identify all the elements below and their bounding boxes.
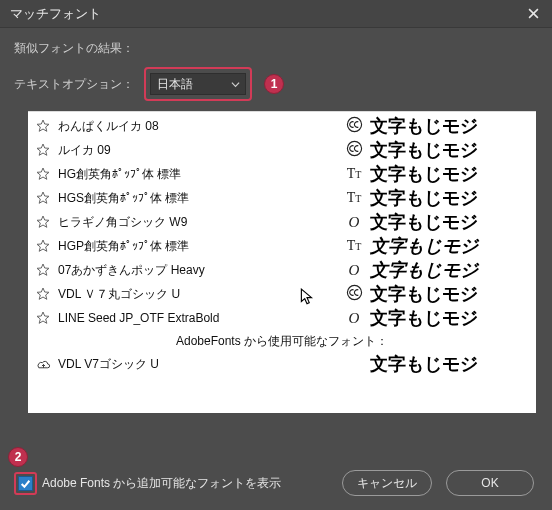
show-adobe-fonts-label: Adobe Fonts から追加可能なフォントを表示	[42, 475, 281, 492]
font-row[interactable]: HGS創英角ﾎﾟｯﾌﾟ体 標準TT文字もじモジ	[28, 186, 536, 210]
font-row[interactable]: HG創英角ﾎﾟｯﾌﾟ体 標準TT文字もじモジ	[28, 162, 536, 186]
favorite-star-icon[interactable]	[34, 311, 52, 325]
font-name: HGP創英角ﾎﾟｯﾌﾟ体 標準	[52, 238, 338, 255]
favorite-star-icon[interactable]	[34, 143, 52, 157]
font-row[interactable]: VDL Ｖ７丸ゴシック U文字もじモジ	[28, 282, 536, 306]
checkbox-highlight	[14, 472, 37, 495]
font-name: LINE Seed JP_OTF ExtraBold	[52, 311, 338, 325]
font-type-icon: TT	[338, 166, 370, 182]
font-sample: 文字もじモジ	[370, 186, 530, 210]
font-sample: 文字もじモジ	[370, 234, 530, 258]
text-option-highlight: 日本語	[144, 67, 252, 101]
favorite-star-icon[interactable]	[34, 263, 52, 277]
font-name: わんぱくルイカ 08	[52, 118, 338, 135]
favorite-star-icon[interactable]	[34, 191, 52, 205]
show-adobe-fonts-checkbox[interactable]	[18, 476, 33, 491]
ok-button[interactable]: OK	[446, 470, 534, 496]
font-name: VDL Ｖ７丸ゴシック U	[52, 286, 338, 303]
font-name: HG創英角ﾎﾟｯﾌﾟ体 標準	[52, 166, 338, 183]
font-row[interactable]: 07あかずきんポップ HeavyO文字もじモジ	[28, 258, 536, 282]
font-sample: 文字もじモジ	[370, 114, 530, 138]
dialog-title: マッチフォント	[10, 5, 520, 23]
font-type-icon: TT	[338, 238, 370, 254]
font-results-list: わんぱくルイカ 08文字もじモジルイカ 09文字もじモジHG創英角ﾎﾟｯﾌﾟ体 …	[28, 111, 536, 413]
font-row[interactable]: ヒラギノ角ゴシック W9O文字もじモジ	[28, 210, 536, 234]
font-row[interactable]: LINE Seed JP_OTF ExtraBoldO文字もじモジ	[28, 306, 536, 330]
creative-cloud-icon	[346, 284, 363, 304]
font-type-icon: O	[338, 214, 370, 231]
text-option-select[interactable]: 日本語	[150, 73, 246, 95]
font-row[interactable]: ルイカ 09文字もじモジ	[28, 138, 536, 162]
font-row[interactable]: わんぱくルイカ 08文字もじモジ	[28, 114, 536, 138]
select-value: 日本語	[157, 76, 193, 93]
favorite-star-icon[interactable]	[34, 167, 52, 181]
check-icon	[20, 478, 31, 489]
close-icon[interactable]	[520, 3, 546, 25]
font-name: ヒラギノ角ゴシック W9	[52, 214, 338, 231]
font-sample: 文字もじモジ	[370, 282, 530, 306]
font-sample: 文字もじモジ	[370, 352, 530, 376]
creative-cloud-icon	[346, 140, 363, 160]
font-sample: 文字もじモジ	[370, 162, 530, 186]
cancel-button[interactable]: キャンセル	[342, 470, 432, 496]
font-sample: 文字もじモジ	[370, 306, 530, 330]
favorite-star-icon[interactable]	[34, 287, 52, 301]
favorite-star-icon[interactable]	[34, 239, 52, 253]
font-sample: 文字もじモジ	[370, 210, 530, 234]
font-type-icon	[338, 284, 370, 304]
font-name: HGS創英角ﾎﾟｯﾌﾟ体 標準	[52, 190, 338, 207]
font-name: VDL V7ゴシック U	[52, 356, 338, 373]
font-type-icon	[338, 116, 370, 136]
font-row[interactable]: HGP創英角ﾎﾟｯﾌﾟ体 標準TT文字もじモジ	[28, 234, 536, 258]
favorite-star-icon[interactable]	[34, 215, 52, 229]
results-label: 類似フォントの結果：	[14, 40, 538, 57]
adobe-fonts-section-label: AdobeFonts から使用可能なフォント：	[28, 330, 536, 352]
font-sample: 文字もじモジ	[370, 138, 530, 162]
font-type-icon	[338, 140, 370, 160]
creative-cloud-icon	[346, 116, 363, 136]
font-name: ルイカ 09	[52, 142, 338, 159]
text-option-label: テキストオプション：	[14, 76, 134, 93]
chevron-down-icon	[231, 81, 240, 88]
font-sample: 文字もじモジ	[370, 258, 530, 282]
font-type-icon: TT	[338, 190, 370, 206]
font-type-icon: O	[338, 310, 370, 327]
callout-2: 2	[8, 447, 28, 467]
callout-1: 1	[264, 74, 284, 94]
cloud-download-icon[interactable]	[34, 357, 52, 372]
font-row[interactable]: VDL V7ゴシック U文字もじモジ	[28, 352, 536, 376]
favorite-star-icon[interactable]	[34, 119, 52, 133]
font-name: 07あかずきんポップ Heavy	[52, 262, 338, 279]
font-type-icon: O	[338, 262, 370, 279]
